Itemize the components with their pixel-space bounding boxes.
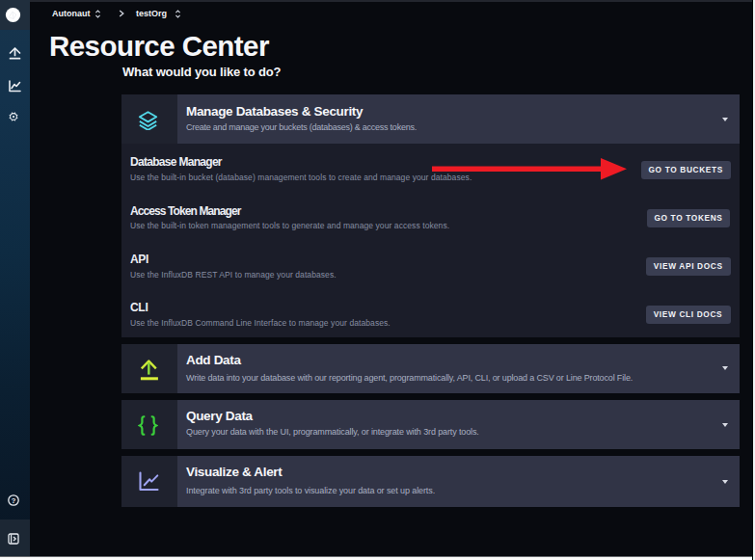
svg-text:?: ? xyxy=(12,496,16,505)
